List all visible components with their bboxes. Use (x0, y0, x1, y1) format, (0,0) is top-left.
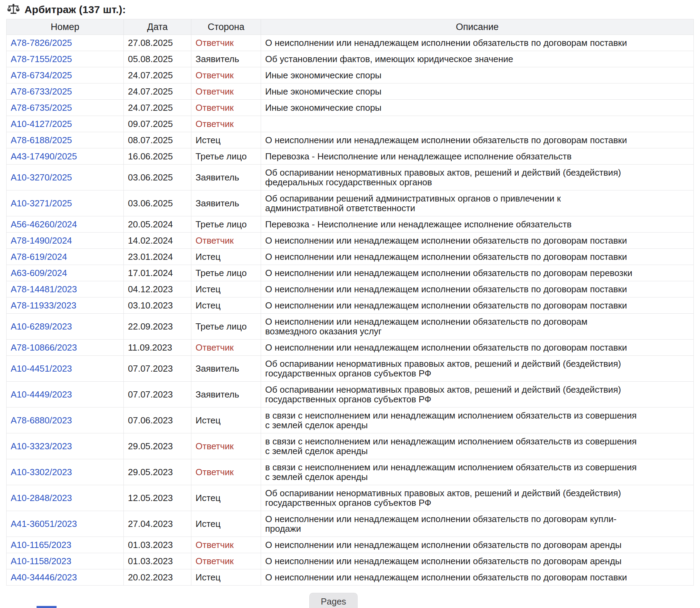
table-row: А78-10866/2023 11.09.2023 Ответчик О неи… (7, 340, 694, 356)
pages-button[interactable]: Pages (309, 593, 358, 608)
case-party: Третье лицо (191, 148, 261, 165)
case-date: 11.09.2023 (124, 340, 191, 356)
case-party: Истец (191, 297, 261, 314)
case-party: Истец (191, 569, 261, 586)
case-number-link[interactable]: А78-6735/2025 (11, 102, 72, 113)
case-number-link[interactable]: А78-6733/2025 (11, 86, 72, 97)
table-row: А78-14481/2023 04.12.2023 Истец О неиспо… (7, 281, 694, 297)
case-number-link[interactable]: А78-619/2024 (11, 252, 67, 262)
table-row: А43-17490/2025 16.06.2025 Третье лицо Пе… (7, 148, 694, 165)
case-date: 05.08.2025 (124, 51, 191, 67)
case-number-link[interactable]: А10-4449/2023 (11, 389, 72, 400)
case-date: 29.05.2023 (124, 459, 191, 485)
case-number-link[interactable]: А10-4127/2025 (11, 119, 72, 129)
case-description: О неисполнении или ненадлежащем исполнен… (261, 249, 694, 265)
column-header-party: Сторона (191, 19, 261, 35)
case-party: Ответчик (191, 537, 261, 553)
case-number-link[interactable]: А78-11933/2023 (11, 300, 76, 311)
case-description: О неисполнении или ненадлежащем исполнен… (261, 265, 694, 281)
case-date: 23.01.2024 (124, 249, 191, 265)
case-date: 14.02.2024 (124, 233, 191, 249)
case-party: Ответчик (191, 233, 261, 249)
case-date: 20.02.2023 (124, 569, 191, 586)
case-number-link[interactable]: А78-6188/2025 (11, 135, 72, 145)
case-number-link[interactable]: А78-6880/2023 (11, 415, 72, 425)
case-description: Иные экономические споры (261, 67, 694, 84)
case-party: Ответчик (191, 67, 261, 84)
case-description: Перевозка - Неисполнение или ненадлежаще… (261, 148, 694, 165)
case-description: в связи с неисполнением или ненадлежащим… (261, 433, 694, 459)
case-party: Ответчик (191, 553, 261, 569)
case-party: Ответчик (191, 100, 261, 116)
case-number-link[interactable]: А10-2848/2023 (11, 493, 72, 503)
case-number-link[interactable]: А10-3302/2023 (11, 467, 72, 477)
partial-next-row-link[interactable] (37, 606, 57, 608)
case-number-link[interactable]: А43-17490/2025 (11, 151, 77, 161)
case-party: Третье лицо (191, 265, 261, 281)
table-row: А10-4449/2023 07.07.2023 Заявитель Об ос… (7, 382, 694, 408)
case-party: Заявитель (191, 190, 261, 216)
table-row: А10-4451/2023 07.07.2023 Заявитель Об ос… (7, 356, 694, 382)
table-row: А78-7826/2025 27.08.2025 Ответчик О неис… (7, 35, 694, 51)
case-number-link[interactable]: А78-7155/2025 (11, 54, 72, 64)
case-number-link[interactable]: А56-46260/2024 (11, 219, 77, 229)
case-description: О неисполнении или ненадлежащем исполнен… (261, 297, 694, 314)
case-number-link[interactable]: А78-6734/2025 (11, 70, 72, 80)
case-number-link[interactable]: А10-6289/2023 (11, 321, 72, 332)
case-number-link[interactable]: А10-3271/2025 (11, 198, 72, 208)
case-description: Об оспаривании ненормативных правовых ак… (261, 485, 694, 511)
case-date: 07.07.2023 (124, 382, 191, 408)
case-party: Ответчик (191, 35, 261, 51)
case-date: 07.06.2023 (124, 408, 191, 433)
page-title-row: Арбитраж (137 шт.): (0, 0, 700, 16)
case-party: Ответчик (191, 433, 261, 459)
case-number-link[interactable]: А78-1490/2024 (11, 235, 72, 246)
case-date: 16.06.2025 (124, 148, 191, 165)
case-date: 07.07.2023 (124, 356, 191, 382)
table-row: А41-36051/2023 27.04.2023 Истец О неиспо… (7, 511, 694, 537)
table-row: А78-6733/2025 24.07.2025 Ответчик Иные э… (7, 84, 694, 100)
case-number-link[interactable]: А78-14481/2023 (11, 284, 77, 294)
case-date: 12.05.2023 (124, 485, 191, 511)
table-row: А10-6289/2023 22.09.2023 Третье лицо О н… (7, 314, 694, 340)
case-party: Заявитель (191, 382, 261, 408)
table-row: А10-1158/2023 01.03.2023 Ответчик О неис… (7, 553, 694, 569)
case-description: Перевозка - Неисполнение или ненадлежаще… (261, 216, 694, 233)
case-number-link[interactable]: А10-4451/2023 (11, 363, 72, 374)
case-description: Об оспаривании ненормативных правовых ак… (261, 165, 694, 190)
case-description: Об оспаривании решений административных … (261, 190, 694, 216)
table-row: А10-3271/2025 03.06.2025 Заявитель Об ос… (7, 190, 694, 216)
table-row: А78-6735/2025 24.07.2025 Ответчик Иные э… (7, 100, 694, 116)
case-date: 20.05.2024 (124, 216, 191, 233)
case-number-link[interactable]: А40-34446/2023 (11, 572, 77, 582)
table-row: А10-3323/2023 29.05.2023 Ответчик в связ… (7, 433, 694, 459)
case-number-link[interactable]: А78-10866/2023 (11, 342, 77, 353)
table-row: А78-6188/2025 08.07.2025 Истец О неиспол… (7, 132, 694, 148)
case-party: Истец (191, 408, 261, 433)
case-date: 29.05.2023 (124, 433, 191, 459)
case-number-link[interactable]: А10-3323/2023 (11, 441, 72, 451)
case-number-link[interactable]: А10-1158/2023 (11, 556, 71, 566)
case-description: О неисполнении или ненадлежащем исполнен… (261, 553, 694, 569)
table-row: А78-1490/2024 14.02.2024 Ответчик О неис… (7, 233, 694, 249)
case-party: Заявитель (191, 356, 261, 382)
table-row: А10-1165/2023 01.03.2023 Ответчик О неис… (7, 537, 694, 553)
case-party: Ответчик (191, 459, 261, 485)
case-description: О неисполнении или ненадлежащем исполнен… (261, 314, 694, 340)
case-description: Иные экономические споры (261, 100, 694, 116)
case-number-link[interactable]: А10-3270/2025 (11, 172, 72, 183)
case-number-link[interactable]: А41-36051/2023 (11, 519, 77, 529)
case-party: Ответчик (191, 116, 261, 132)
case-party: Заявитель (191, 165, 261, 190)
case-date: 27.04.2023 (124, 511, 191, 537)
case-number-link[interactable]: А10-1165/2023 (11, 540, 71, 550)
case-date: 24.07.2025 (124, 100, 191, 116)
case-description: О неисполнении или ненадлежащем исполнен… (261, 511, 694, 537)
column-header-date: Дата (124, 19, 191, 35)
case-number-link[interactable]: А78-7826/2025 (11, 38, 72, 48)
table-row: А56-46260/2024 20.05.2024 Третье лицо Пе… (7, 216, 694, 233)
case-party: Ответчик (191, 340, 261, 356)
case-date: 24.07.2025 (124, 84, 191, 100)
case-date: 01.03.2023 (124, 553, 191, 569)
case-number-link[interactable]: А63-609/2024 (11, 268, 67, 278)
